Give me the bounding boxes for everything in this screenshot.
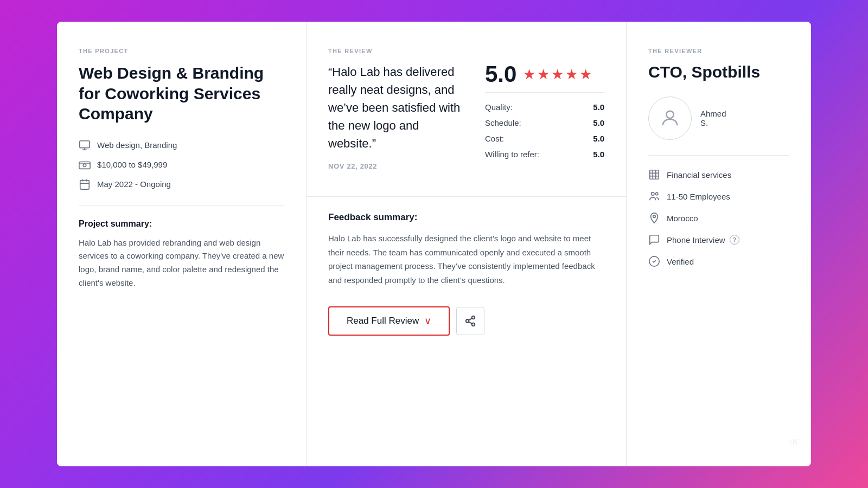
detail-verified: Verified bbox=[648, 255, 789, 267]
share-icon bbox=[464, 315, 476, 327]
feedback-title: Feedback summary: bbox=[328, 212, 604, 223]
project-column: THE PROJECT Web Design & Branding for Co… bbox=[57, 22, 307, 466]
read-full-review-button[interactable]: Read Full Review ∨ bbox=[328, 306, 450, 336]
project-divider bbox=[79, 206, 284, 206]
detail-employees: 11-50 Employees bbox=[648, 190, 789, 202]
detail-location-text: Morocco bbox=[667, 214, 698, 223]
svg-point-20 bbox=[652, 192, 655, 196]
help-badge[interactable]: ? bbox=[730, 235, 739, 245]
detail-industry-text: Financial services bbox=[667, 170, 731, 179]
svg-point-3 bbox=[83, 164, 86, 167]
detail-location: Morocco bbox=[648, 212, 789, 224]
detail-industry: Financial services bbox=[648, 169, 789, 181]
avatar bbox=[648, 97, 692, 140]
svg-point-22 bbox=[653, 215, 656, 218]
detail-interview: Phone Interview ? bbox=[648, 234, 789, 246]
summary-text: Halo Lab has provided rebranding and web… bbox=[79, 236, 284, 290]
read-full-review-label: Read Full Review bbox=[347, 316, 419, 326]
rating-quality-value: 5.0 bbox=[593, 102, 604, 112]
reviewer-details: Financial services 11-50 Employees Moroc… bbox=[648, 169, 789, 267]
rating-refer-value: 5.0 bbox=[593, 150, 604, 159]
review-column: THE REVIEW “Halo Lab has delivered reall… bbox=[307, 22, 627, 466]
summary-label: Project summary: bbox=[79, 219, 284, 229]
calendar-icon bbox=[79, 178, 91, 190]
svg-point-9 bbox=[472, 316, 475, 319]
svg-point-11 bbox=[472, 323, 475, 326]
svg-rect-2 bbox=[79, 162, 90, 169]
rating-block: 5.0 ★ ★ ★ ★ ★ Quality: 5.0 Schedule: bbox=[485, 63, 604, 162]
feedback-text: Halo Lab has successfully designed the c… bbox=[328, 232, 604, 287]
meta-services: Web design, Branding bbox=[79, 139, 284, 151]
people-icon bbox=[648, 190, 660, 202]
rating-row-schedule: Schedule: 5.0 bbox=[485, 115, 604, 131]
rating-schedule-value: 5.0 bbox=[593, 118, 604, 127]
logo-watermark: ·:K bbox=[788, 437, 798, 447]
location-icon bbox=[648, 212, 660, 224]
svg-rect-15 bbox=[650, 170, 659, 179]
chat-icon bbox=[648, 234, 660, 246]
rating-number: 5.0 bbox=[485, 63, 516, 86]
reviewer-name-block: Ahmed S. bbox=[700, 109, 726, 127]
star-1: ★ bbox=[523, 66, 535, 83]
reviewer-avatar-row: Ahmed S. bbox=[648, 97, 789, 140]
review-quote-block: “Halo Lab has delivered really neat desi… bbox=[328, 63, 463, 183]
project-meta: Web design, Branding $10,000 to $49,999 … bbox=[79, 139, 284, 190]
detail-interview-text: Phone Interview bbox=[667, 235, 725, 245]
project-section-label: THE PROJECT bbox=[79, 48, 284, 54]
rating-schedule-label: Schedule: bbox=[485, 118, 521, 127]
person-icon bbox=[659, 107, 681, 129]
svg-rect-5 bbox=[80, 180, 90, 189]
monitor-icon bbox=[79, 139, 91, 151]
reviewer-column: THE REVIEWER CTO, Spotbills Ahmed S. bbox=[627, 22, 811, 466]
check-icon bbox=[648, 255, 660, 267]
rating-row-cost: Cost: 5.0 bbox=[485, 131, 604, 146]
budget-icon bbox=[79, 159, 91, 171]
star-5: ★ bbox=[579, 66, 592, 83]
review-quote: “Halo Lab has delivered really neat desi… bbox=[328, 63, 463, 152]
meta-date: May 2022 - Ongoing bbox=[79, 178, 284, 190]
svg-line-12 bbox=[469, 322, 472, 324]
meta-budget: $10,000 to $49,999 bbox=[79, 159, 284, 171]
svg-point-21 bbox=[655, 192, 658, 195]
rating-refer-label: Willing to refer: bbox=[485, 150, 539, 159]
review-section-divider bbox=[307, 196, 626, 197]
reviewer-section-label: THE REVIEWER bbox=[648, 48, 789, 54]
star-2: ★ bbox=[537, 66, 550, 83]
meta-services-text: Web design, Branding bbox=[97, 140, 177, 150]
star-4: ★ bbox=[565, 66, 578, 83]
review-section-label: THE REVIEW bbox=[328, 48, 604, 54]
detail-employees-text: 11-50 Employees bbox=[667, 192, 730, 201]
rating-cost-value: 5.0 bbox=[593, 134, 604, 143]
rating-row-quality: Quality: 5.0 bbox=[485, 99, 604, 115]
review-card: THE PROJECT Web Design & Branding for Co… bbox=[57, 22, 811, 466]
review-date: NOV 22, 2022 bbox=[328, 162, 463, 170]
rating-cost-label: Cost: bbox=[485, 134, 504, 143]
reviewer-divider bbox=[648, 155, 789, 156]
stars: ★ ★ ★ ★ ★ bbox=[523, 66, 592, 83]
svg-point-10 bbox=[466, 319, 469, 323]
project-title: Web Design & Branding for Coworking Serv… bbox=[79, 63, 284, 124]
rating-score: 5.0 ★ ★ ★ ★ ★ bbox=[485, 63, 604, 86]
share-button[interactable] bbox=[456, 307, 484, 335]
reviewer-name-line2: S. bbox=[700, 118, 726, 127]
svg-point-14 bbox=[666, 111, 673, 118]
rating-row-refer: Willing to refer: 5.0 bbox=[485, 146, 604, 162]
building-icon bbox=[648, 169, 660, 181]
meta-budget-text: $10,000 to $49,999 bbox=[97, 160, 167, 169]
detail-verified-text: Verified bbox=[667, 257, 694, 266]
rating-quality-label: Quality: bbox=[485, 102, 513, 112]
rating-divider bbox=[485, 92, 604, 93]
meta-date-text: May 2022 - Ongoing bbox=[97, 179, 171, 189]
interview-text-row: Phone Interview ? bbox=[667, 235, 739, 245]
reviewer-title: CTO, Spotbills bbox=[648, 63, 789, 81]
review-header: “Halo Lab has delivered really neat desi… bbox=[328, 63, 604, 183]
svg-rect-0 bbox=[80, 140, 90, 147]
chevron-down-icon: ∨ bbox=[424, 315, 431, 327]
review-actions: Read Full Review ∨ bbox=[328, 306, 604, 336]
svg-line-13 bbox=[469, 318, 472, 320]
reviewer-name-line1: Ahmed bbox=[700, 109, 726, 118]
star-3: ★ bbox=[551, 66, 564, 83]
